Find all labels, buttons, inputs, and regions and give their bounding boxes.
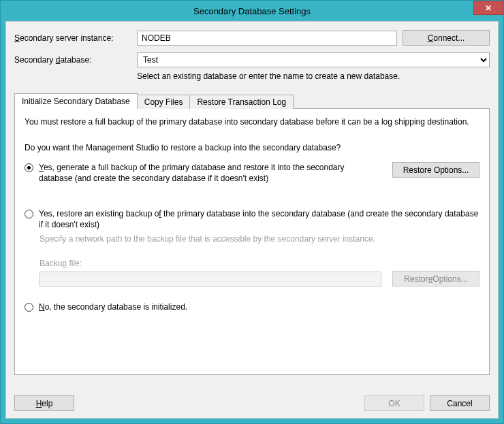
- prompt-text: Do you want the Management Studio to res…: [25, 143, 479, 152]
- ok-button: OK: [364, 395, 424, 411]
- dialog-window: Secondary Database Settings ✕ Secondary …: [0, 0, 504, 424]
- title-text: Secondary Database Settings: [1, 6, 503, 16]
- tabstrip: Initialize Secondary Database Copy Files…: [14, 93, 490, 109]
- radio-generate-backup-label: Yes, generate a full backup of the prima…: [39, 162, 388, 184]
- tab-restore-log[interactable]: Restore Transaction Log: [189, 95, 294, 109]
- titlebar[interactable]: Secondary Database Settings ✕: [1, 1, 503, 21]
- close-icon[interactable]: ✕: [473, 1, 503, 15]
- tab-copy-files[interactable]: Copy Files: [137, 95, 191, 109]
- server-label: Secondary server instance:: [14, 33, 137, 43]
- help-button[interactable]: Help: [14, 395, 74, 411]
- backup-file-label: Backup file:: [40, 259, 479, 268]
- server-input[interactable]: [137, 31, 397, 46]
- radio-already-initialized[interactable]: [25, 303, 33, 312]
- radio-existing-backup[interactable]: [25, 210, 33, 218]
- bottom-bar: Help OK Cancel: [14, 395, 490, 411]
- restore-options-button-1[interactable]: Restore Options...: [392, 162, 479, 178]
- radio-generate-backup[interactable]: [25, 163, 33, 172]
- existing-backup-subblock: Specify a network path to the backup fil…: [40, 234, 479, 287]
- existing-backup-hint: Specify a network path to the backup fil…: [40, 234, 479, 244]
- option-existing-backup: Yes, restore an existing backup of the p…: [25, 208, 479, 230]
- tab-initialize[interactable]: Initialize Secondary Database: [14, 93, 138, 109]
- database-select[interactable]: Test: [137, 52, 490, 67]
- backup-file-row: Restore Options...: [40, 271, 479, 287]
- restore-options-button-2: Restore Options...: [392, 271, 479, 287]
- backup-file-input: [40, 272, 381, 287]
- cancel-button[interactable]: Cancel: [430, 395, 490, 411]
- tab-panel-initialize: You must restore a full backup of the pr…: [14, 108, 490, 375]
- option-already-initialized: No, the secondary database is initialize…: [25, 301, 479, 312]
- database-label: Secondary database:: [14, 55, 137, 65]
- radio-already-initialized-label: No, the secondary database is initialize…: [39, 301, 187, 312]
- info-text: You must restore a full backup of the pr…: [25, 117, 479, 127]
- database-hint: Select an existing database or enter the…: [137, 71, 490, 81]
- connect-button[interactable]: CConnect...onnect...: [403, 30, 490, 46]
- database-row: Secondary database: Test: [14, 52, 490, 67]
- server-row: Secondary server instance: CConnect...on…: [14, 30, 490, 46]
- option-generate-backup: Yes, generate a full backup of the prima…: [25, 162, 479, 184]
- client-area: Secondary server instance: CConnect...on…: [5, 21, 499, 419]
- radio-existing-backup-label: Yes, restore an existing backup of the p…: [39, 208, 479, 230]
